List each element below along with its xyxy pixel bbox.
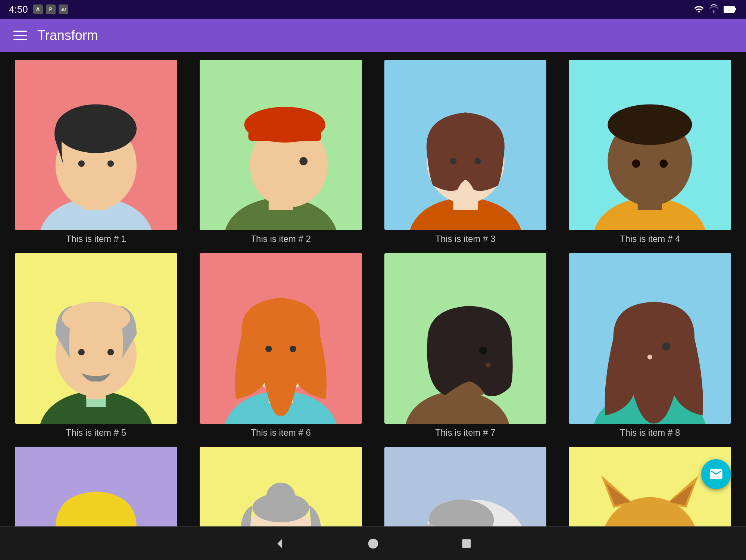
- status-bar: 4:50 A P SD: [0, 0, 746, 19]
- card-label-6: This is item # 6: [250, 427, 310, 438]
- card-label-3: This is item # 3: [435, 234, 495, 244]
- svg-point-23: [608, 105, 692, 145]
- card-6[interactable]: [200, 253, 362, 423]
- status-left: 4:50 A P SD: [9, 4, 68, 15]
- card-10[interactable]: [200, 447, 362, 526]
- svg-point-8: [107, 161, 114, 167]
- svg-point-19: [474, 158, 481, 164]
- card-9[interactable]: [15, 447, 177, 526]
- svg-point-25: [660, 159, 668, 168]
- avatar-grid: This is item # 1: [15, 60, 731, 526]
- app-bar: Transform: [0, 19, 746, 52]
- svg-point-14: [299, 157, 308, 165]
- app-icon-p: P: [46, 4, 56, 14]
- battery-icon: [724, 4, 737, 15]
- card-label-2: This is item # 2: [250, 234, 310, 244]
- svg-point-41: [479, 346, 487, 355]
- svg-point-47: [647, 355, 652, 360]
- svg-point-24: [632, 159, 640, 168]
- svg-point-82: [368, 538, 378, 548]
- nav-bar: [0, 526, 746, 560]
- svg-marker-81: [277, 539, 282, 548]
- fab-button[interactable]: [701, 459, 731, 489]
- app-icon-a: A: [33, 4, 43, 14]
- card-label-8: This is item # 8: [620, 427, 680, 438]
- grid-item-3[interactable]: This is item # 3: [384, 60, 547, 244]
- grid-item-10[interactable]: This is item # 10: [200, 447, 362, 526]
- card-11[interactable]: [384, 447, 547, 526]
- card-label-4: This is item # 4: [620, 234, 680, 244]
- svg-point-36: [265, 346, 272, 352]
- svg-point-7: [78, 161, 85, 167]
- svg-point-46: [662, 343, 670, 351]
- status-right: [694, 4, 737, 15]
- app-title: Transform: [37, 28, 98, 43]
- svg-rect-1: [724, 6, 734, 12]
- svg-point-32: [107, 349, 114, 355]
- menu-button[interactable]: [13, 31, 27, 40]
- home-button[interactable]: [364, 534, 383, 553]
- status-time: 4:50: [9, 4, 28, 15]
- grid-item-7[interactable]: This is item # 7: [384, 253, 547, 438]
- svg-point-42: [486, 363, 490, 368]
- card-8[interactable]: [569, 253, 731, 423]
- grid-item-6[interactable]: This is item # 6: [200, 253, 362, 438]
- wifi-icon: [694, 4, 704, 15]
- recents-button[interactable]: [457, 534, 476, 553]
- card-label-1: This is item # 1: [66, 234, 126, 244]
- back-button[interactable]: [271, 534, 289, 553]
- svg-point-37: [290, 346, 296, 352]
- signal-icon: [709, 4, 719, 15]
- card-4[interactable]: [569, 60, 731, 230]
- status-app-icons: A P SD: [33, 4, 68, 14]
- grid-item-11[interactable]: This is item # 11: [384, 447, 547, 526]
- email-icon: [709, 467, 724, 482]
- card-7[interactable]: [384, 253, 547, 423]
- svg-point-31: [78, 349, 85, 355]
- svg-rect-83: [462, 539, 471, 548]
- card-1[interactable]: [15, 60, 177, 230]
- svg-point-13: [244, 107, 325, 143]
- grid-item-8[interactable]: This is item # 8: [569, 253, 731, 438]
- grid-item-9[interactable]: This is item # 9: [15, 447, 177, 526]
- grid-item-5[interactable]: This is item # 5: [15, 253, 177, 438]
- main-content: This is item # 1: [0, 52, 746, 526]
- grid-item-2[interactable]: This is item # 2: [200, 60, 362, 244]
- svg-point-18: [450, 158, 456, 164]
- grid-item-12[interactable]: This is item # 12: [569, 447, 731, 526]
- app-icon-sd: SD: [59, 4, 68, 14]
- card-label-5: This is item # 5: [66, 427, 126, 438]
- grid-item-4[interactable]: This is item # 4: [569, 60, 731, 244]
- card-5[interactable]: [15, 253, 177, 423]
- card-3[interactable]: [384, 60, 547, 230]
- svg-rect-2: [735, 8, 736, 10]
- svg-point-6: [56, 105, 137, 153]
- card-label-7: This is item # 7: [435, 427, 495, 438]
- svg-point-58: [266, 483, 295, 512]
- svg-point-30: [62, 302, 130, 335]
- card-2[interactable]: [200, 60, 362, 230]
- card-12[interactable]: [569, 447, 731, 526]
- svg-rect-0: [714, 10, 714, 13]
- grid-item-1[interactable]: This is item # 1: [15, 60, 177, 244]
